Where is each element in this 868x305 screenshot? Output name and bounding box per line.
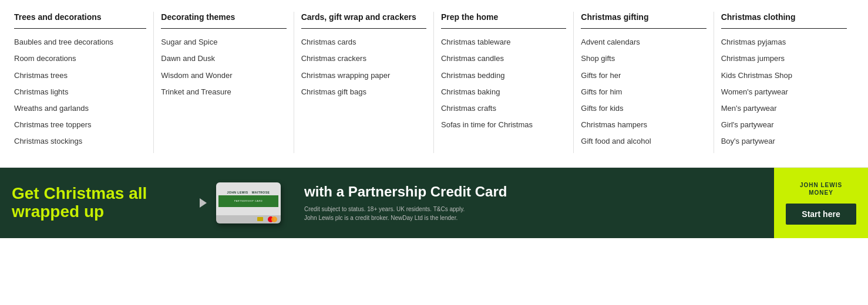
nav-column-trees-decorations: Trees and decorationsBaubles and tree de…	[14, 12, 154, 153]
banner-cta-area: JOHN LEWIS MONEY Start here	[774, 168, 868, 238]
nav-item[interactable]: Christmas crafts	[441, 103, 566, 114]
nav-item[interactable]: Christmas bedding	[441, 70, 566, 81]
credit-card-image: JOHN LEWIS WAITROSE PARTNERSHIP CARD	[216, 182, 281, 223]
nav-item[interactable]: Sofas in time for Christmas	[441, 120, 566, 130]
banner-middle-section: with a Partnership Credit Card Credit su…	[292, 184, 774, 222]
nav-item[interactable]: Men's partywear	[721, 103, 847, 114]
nav-item[interactable]: Christmas jumpers	[721, 53, 847, 64]
nav-column-christmas-clothing: Christmas clothingChristmas pyjamasChris…	[714, 12, 854, 153]
nav-item[interactable]: Sugar and Spice	[161, 37, 286, 48]
card-jl-brand: JOHN LEWIS	[227, 191, 248, 194]
nav-item[interactable]: Women's partywear	[721, 87, 847, 97]
nav-item[interactable]: Advent calendars	[581, 37, 706, 48]
banner-headline-area: Get Christmas all wrapped up	[12, 185, 188, 221]
nav-column-cards-giftwrap: Cards, gift wrap and crackersChristmas c…	[294, 12, 434, 153]
nav-item[interactable]: Christmas trees	[14, 70, 146, 81]
nav-column-christmas-gifting: Christmas giftingAdvent calendarsShop gi…	[574, 12, 714, 153]
card-chip	[257, 217, 263, 221]
nav-column-title-christmas-clothing: Christmas clothing	[721, 12, 847, 29]
nav-item[interactable]: Christmas candles	[441, 53, 566, 64]
nav-item[interactable]: Gifts for him	[581, 87, 706, 97]
banner-subheadline: with a Partnership Credit Card	[304, 184, 762, 200]
nav-item[interactable]: Gifts for her	[581, 70, 706, 81]
nav-item[interactable]: Kids Christmas Shop	[721, 70, 847, 81]
arrow-icon	[200, 198, 211, 208]
small-print-line2: John Lewis plc is a credit broker. NewDa…	[304, 215, 457, 221]
brand-name: JOHN LEWIS MONEY	[800, 181, 842, 196]
card-label-text: PARTNERSHIP CARD	[234, 199, 263, 202]
nav-item[interactable]: Christmas wrapping paper	[301, 70, 426, 81]
banner-card-image: JOHN LEWIS WAITROSE PARTNERSHIP CARD	[188, 182, 292, 223]
nav-item[interactable]: Christmas tableware	[441, 37, 566, 48]
nav-item[interactable]: Christmas pyjamas	[721, 37, 847, 48]
svg-marker-0	[200, 198, 207, 208]
nav-item[interactable]: Trinket and Treasure	[161, 87, 286, 97]
nav-column-title-cards-giftwrap: Cards, gift wrap and crackers	[301, 12, 426, 29]
nav-item[interactable]: Shop gifts	[581, 53, 706, 64]
nav-item[interactable]: Dawn and Dusk	[161, 53, 286, 64]
nav-item[interactable]: Girl's partywear	[721, 120, 847, 130]
promotional-banner: Get Christmas all wrapped up JOHN LEWIS …	[0, 168, 868, 238]
start-here-button[interactable]: Start here	[786, 204, 856, 225]
nav-item[interactable]: Gift food and alcohol	[581, 136, 706, 147]
nav-column-title-trees-decorations: Trees and decorations	[14, 12, 146, 29]
card-w-brand: WAITROSE	[252, 191, 270, 194]
navigation-menu: Trees and decorationsBaubles and tree de…	[0, 0, 868, 168]
nav-item[interactable]: Gifts for kids	[581, 103, 706, 114]
nav-item[interactable]: Christmas hampers	[581, 120, 706, 130]
nav-item[interactable]: Christmas stockings	[14, 136, 146, 147]
small-print-line1: Credit subject to status. 18+ years. UK …	[304, 206, 465, 212]
nav-item[interactable]: Christmas cards	[301, 37, 426, 48]
mastercard-logo	[268, 216, 277, 222]
nav-item[interactable]: Christmas baking	[441, 87, 566, 97]
nav-item[interactable]: Christmas lights	[14, 87, 146, 97]
nav-column-title-christmas-gifting: Christmas gifting	[581, 12, 706, 29]
nav-column-decorating-themes: Decorating themesSugar and SpiceDawn and…	[154, 12, 294, 153]
banner-headline: Get Christmas all wrapped up	[12, 185, 176, 221]
nav-item[interactable]: Wisdom and Wonder	[161, 70, 286, 81]
banner-small-print: Credit subject to status. 18+ years. UK …	[304, 205, 762, 222]
nav-item[interactable]: Room decorations	[14, 53, 146, 64]
nav-column-prep-home: Prep the homeChristmas tablewareChristma…	[434, 12, 574, 153]
nav-column-title-decorating-themes: Decorating themes	[161, 12, 286, 29]
nav-item[interactable]: Boy's partywear	[721, 136, 847, 147]
nav-column-title-prep-home: Prep the home	[441, 12, 566, 29]
nav-item[interactable]: Wreaths and garlands	[14, 103, 146, 114]
nav-item[interactable]: Christmas gift bags	[301, 87, 426, 97]
nav-item[interactable]: Baubles and tree decorations	[14, 37, 146, 48]
nav-item[interactable]: Christmas tree toppers	[14, 120, 146, 130]
nav-item[interactable]: Christmas crackers	[301, 53, 426, 64]
